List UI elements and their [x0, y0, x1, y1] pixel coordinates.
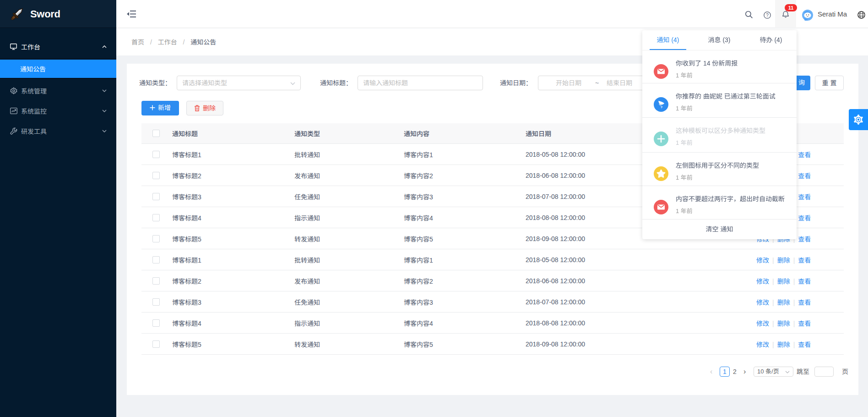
svg-text:?: ? [766, 13, 769, 18]
